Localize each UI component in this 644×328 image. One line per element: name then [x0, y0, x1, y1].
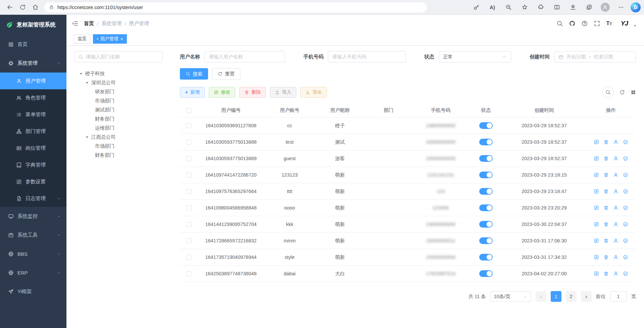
phone-input[interactable] [332, 54, 401, 59]
tree-node[interactable]: 市场部门 [75, 96, 171, 105]
assign-role-icon[interactable] [613, 189, 618, 194]
font-size-icon[interactable]: TT [606, 20, 612, 27]
edit-row-icon[interactable] [594, 139, 599, 145]
edit-row-icon[interactable] [594, 205, 599, 210]
edit-row-icon[interactable] [594, 254, 599, 260]
status-toggle[interactable] [479, 204, 493, 211]
delete-row-icon[interactable] [603, 271, 609, 276]
extensions-button[interactable] [534, 2, 547, 13]
sidebar-item-monitor[interactable]: 系统监控 [0, 207, 66, 226]
sidebar-item-dict-management[interactable]: 字典管理 [0, 156, 66, 173]
tree-node[interactable]: 市场部门 [75, 142, 171, 151]
github-icon[interactable] [569, 20, 576, 27]
row-checkbox[interactable] [186, 255, 191, 260]
split-screen-button[interactable] [550, 2, 563, 13]
status-toggle[interactable] [479, 122, 493, 129]
refresh-table-icon[interactable] [620, 90, 625, 95]
assign-role-icon[interactable] [613, 172, 618, 178]
refresh-button[interactable] [16, 2, 29, 13]
caret-down-icon[interactable] [85, 80, 90, 85]
page-button-1[interactable]: 1 [551, 291, 561, 302]
row-checkbox[interactable] [186, 271, 191, 276]
delete-row-icon[interactable] [603, 222, 609, 227]
row-checkbox[interactable] [186, 189, 191, 194]
sidebar-item-post-management[interactable]: 岗位管理 [0, 140, 66, 156]
tab-home[interactable]: 首页 [74, 34, 90, 44]
username-input[interactable] [209, 54, 281, 59]
delete-row-icon[interactable] [603, 238, 609, 243]
edit-row-icon[interactable] [594, 189, 599, 194]
sidebar-item-yi-framework[interactable]: Yi框架 [0, 282, 66, 301]
row-checkbox[interactable] [186, 222, 191, 227]
row-checkbox[interactable] [186, 173, 191, 178]
breadcrumb-system[interactable]: 系统管理 [101, 20, 121, 27]
tree-node[interactable]: 江西总公司 [75, 133, 171, 142]
add-favorite-button[interactable] [518, 2, 531, 13]
copilot-bing-icon[interactable]: b [631, 2, 641, 12]
breadcrumb-home[interactable]: 首页 [84, 20, 94, 27]
address-bar[interactable]: https://ccnetcore.com:1101/system/user [44, 2, 427, 12]
reset-button[interactable]: 重置 [212, 68, 240, 80]
show-search-button[interactable] [602, 87, 614, 98]
sidebar-item-param-settings[interactable]: 参数设置 [0, 173, 66, 190]
tree-node[interactable]: 橙子科技 [75, 69, 171, 78]
sidebar-item-log-management[interactable]: 日志管理 [0, 190, 66, 207]
prev-page-button[interactable]: ‹ [536, 291, 546, 302]
password-key-button[interactable] [469, 2, 483, 13]
help-icon[interactable] [581, 20, 588, 27]
edit-row-icon[interactable] [594, 222, 599, 227]
caret-down-icon[interactable] [79, 71, 84, 76]
dept-search-input[interactable] [86, 54, 159, 59]
edit-row-icon[interactable] [594, 156, 599, 161]
sidebar-item-erp[interactable]: ERP [0, 263, 66, 282]
check-circle-icon[interactable] [623, 238, 628, 243]
assign-role-icon[interactable] [613, 254, 618, 260]
sidebar-item-menu-management[interactable]: 菜单管理 [0, 106, 66, 123]
check-circle-icon[interactable] [623, 189, 628, 194]
row-checkbox[interactable] [186, 156, 191, 161]
sidebar-item-home[interactable]: 首页 [0, 35, 66, 54]
delete-row-icon[interactable] [603, 189, 609, 194]
row-checkbox[interactable] [186, 140, 191, 145]
page-size-select[interactable]: 10条/页 [490, 291, 531, 302]
edit-row-icon[interactable] [594, 238, 599, 243]
delete-row-icon[interactable] [603, 156, 609, 161]
delete-button[interactable]: 删除 [239, 87, 266, 98]
read-aloud-button[interactable]: A) [486, 2, 499, 13]
tree-node[interactable]: 财务部门 [75, 151, 171, 160]
delete-row-icon[interactable] [603, 139, 609, 145]
tree-node[interactable]: 研发部门 [75, 87, 171, 96]
tree-node[interactable]: 测试部门 [75, 105, 171, 114]
check-circle-icon[interactable] [623, 222, 628, 227]
sidebar-item-bbs[interactable]: BBS [0, 244, 66, 263]
close-tab-icon[interactable]: × [120, 37, 123, 41]
home-button[interactable] [29, 2, 42, 13]
next-page-button[interactable]: › [581, 291, 592, 302]
status-toggle[interactable] [479, 237, 493, 244]
status-toggle[interactable] [479, 155, 493, 162]
status-toggle[interactable] [479, 270, 493, 277]
sidebar-item-system[interactable]: 系统管理 [0, 54, 66, 73]
sidebar-item-role-management[interactable]: 角色管理 [0, 89, 66, 106]
status-toggle[interactable] [479, 221, 493, 228]
assign-role-icon[interactable] [613, 205, 618, 210]
status-toggle[interactable] [479, 188, 493, 195]
check-circle-icon[interactable] [623, 271, 628, 276]
export-button[interactable]: 导出 [300, 87, 327, 98]
back-button[interactable] [3, 2, 16, 13]
favorites-bar-button[interactable] [566, 2, 580, 13]
search-button[interactable]: 搜索 [180, 68, 208, 80]
tab-user-management[interactable]: ● 用户管理 × [93, 34, 127, 44]
status-toggle[interactable] [479, 254, 493, 261]
add-button[interactable]: +新增 [180, 87, 205, 98]
row-checkbox[interactable] [186, 123, 191, 128]
check-circle-icon[interactable] [623, 205, 628, 210]
fullscreen-icon[interactable] [594, 20, 600, 27]
row-checkbox[interactable] [186, 238, 191, 243]
tree-node[interactable]: 深圳总公司 [75, 78, 171, 87]
check-circle-icon[interactable] [623, 139, 628, 145]
assign-role-icon[interactable] [613, 238, 618, 243]
column-settings-icon[interactable] [631, 90, 636, 95]
collections-button[interactable] [582, 2, 596, 13]
delete-row-icon[interactable] [603, 172, 609, 178]
